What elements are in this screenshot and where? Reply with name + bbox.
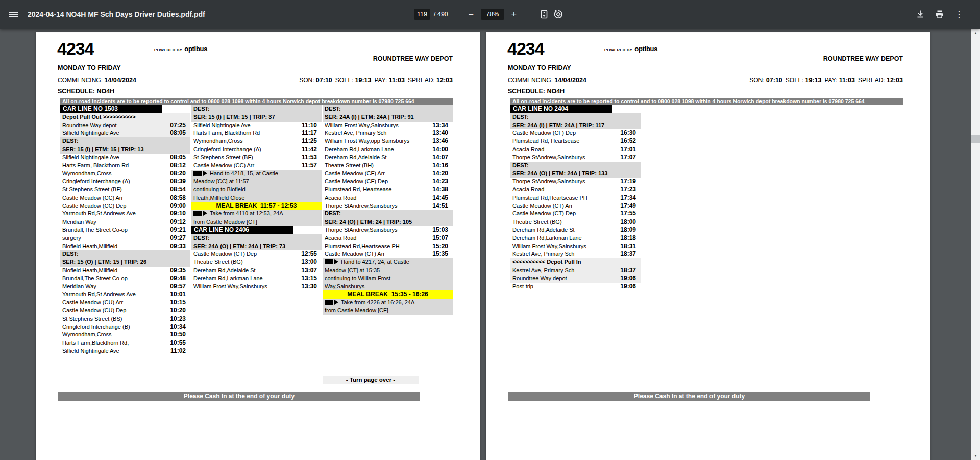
dest-label: DEST: — [191, 105, 322, 113]
stop-row: Castle Meadow (CF) Arr14:20 — [323, 170, 453, 178]
more-options-button[interactable]: ⋮ — [951, 7, 967, 21]
stop-row: Brundall,The Street Co-op09:21 — [60, 226, 190, 234]
arrow-right-icon — [334, 300, 338, 305]
stop-row: Meridian Way09:12 — [60, 218, 190, 226]
stop-row: Kestrel Ave, Primary Sch13:40 — [323, 129, 453, 137]
vertical-scrollbar[interactable]: ▲ ▼ — [971, 29, 980, 460]
stop-time: 14:51 — [432, 202, 448, 210]
pdf-viewport[interactable]: 4234 POWERED BYoptibus ROUNDTREE WAY DEP… — [0, 29, 980, 460]
menu-button[interactable] — [7, 8, 20, 20]
meal-break-row: MEAL BREAK 15:35 - 16:26 — [323, 290, 453, 299]
plus-icon: + — [511, 9, 517, 20]
note-text: Hand to 4218, 15, at Castle — [210, 170, 278, 176]
powered-by: POWERED BYoptibus — [154, 44, 207, 53]
stop-row: St Stephens Street (BF)11:53 — [191, 154, 322, 162]
note-row: continuing to William Frost — [323, 275, 453, 283]
stop-name: Silfield Nightingale Ave — [193, 122, 251, 128]
stop-time: 17:19 — [620, 178, 636, 186]
stop-time: 08:54 — [170, 186, 186, 194]
note-text: continuing to Blofield — [193, 186, 246, 192]
car-line-label: CAR LINE NO 2406 — [191, 226, 293, 234]
stop-time: 18:37 — [620, 267, 636, 275]
rotate-counterclockwise-icon — [553, 9, 564, 19]
stop-time: 18:09 — [620, 226, 636, 234]
duty-columns: CAR LINE NO 2404DEST:SER: 24A (I) | ETM:… — [510, 105, 903, 290]
note-text: Hand to 4217, 24, at Castle — [341, 259, 409, 265]
stop-row: Yarmouth Rd,St Andrews Ave09:10 — [60, 210, 190, 218]
car-line-header: CAR LINE NO 2404 — [510, 105, 641, 113]
stop-time: 18:00 — [620, 218, 636, 226]
stop-time: 09:35 — [170, 267, 186, 275]
depot-pull-row: Depot Pull Out >>>>>>>>>> — [60, 113, 190, 122]
stop-name: Acacia Road — [325, 235, 356, 241]
duty-stat: SON: 07:10 — [299, 77, 332, 84]
pdf-page-1: 4234 POWERED BYoptibus ROUNDTREE WAY DEP… — [36, 32, 480, 460]
stop-name: Theatre Street (BG) — [512, 219, 562, 225]
fit-to-page-icon — [539, 9, 549, 19]
document-title: 2024-04-14 NO4H MF Sch Days Driver Dutie… — [28, 0, 205, 29]
pdf-page-2: 4234 POWERED BYoptibus ROUNDTREE WAY DEP… — [486, 32, 930, 460]
print-button[interactable] — [932, 7, 947, 21]
stop-name: Meridian Way — [62, 283, 96, 289]
stop-name: William Frost Way,Sainsburys — [325, 122, 399, 128]
stop-name: Castle Meadow (CF) Arr — [325, 170, 385, 176]
stop-name: Cringleford Interchange (A) — [62, 178, 130, 184]
stop-time: 17:23 — [620, 186, 636, 194]
stop-time: 08:39 — [170, 178, 186, 186]
scroll-up-button[interactable]: ▲ — [971, 29, 980, 37]
note-row: from Castle Meadow [CT] — [191, 218, 322, 226]
duty-stats: SON: 07:10SOFF: 19:13PAY: 11:03SPREAD: 1… — [299, 77, 453, 84]
note-text: Way,Sainsburys — [325, 283, 364, 289]
service-info-row: SER: 24A (I) | ETM: 24A | TRIP: 91 — [323, 113, 453, 122]
stop-row: Theatre Street (BG)18:00 — [510, 218, 641, 226]
stop-name: Castle Meadow (CU) Dep — [62, 307, 126, 313]
duty-stat: SPREAD: 12:03 — [858, 77, 903, 84]
stop-name: Post-trip — [512, 283, 533, 289]
stop-row: Castle Meadow (CU) Dep10:20 — [60, 307, 190, 315]
stop-time: 08:12 — [170, 162, 186, 170]
commencing-line: COMMENCING: 14/04/2024 — [58, 77, 136, 84]
download-icon — [915, 9, 925, 19]
stop-row: Acacia Road14:45 — [323, 194, 453, 202]
stop-name: Dereham Rd,Adelaide St — [193, 267, 256, 273]
stop-row: Dereham Rd,Adelaide St14:07 — [323, 154, 453, 162]
download-button[interactable] — [913, 7, 928, 21]
stop-time: 17:01 — [620, 146, 636, 154]
powered-by-label: POWERED BY — [604, 47, 632, 52]
dest-label: DEST: — [60, 137, 190, 146]
note-text: Meadow [CT] at 15:35 — [325, 267, 380, 273]
page-number-input[interactable] — [414, 9, 430, 20]
stop-time: 17:07 — [620, 154, 636, 162]
zoom-in-button[interactable]: + — [507, 7, 521, 21]
stop-time: 12:55 — [301, 250, 317, 258]
scrollbar-thumb[interactable] — [971, 135, 980, 143]
stop-name: Castle Meadow (CT) Dep — [512, 210, 576, 216]
stop-time: 14:20 — [432, 170, 448, 178]
stop-time: 11:25 — [302, 137, 317, 146]
stop-name: Cringleford Interchange (A) — [193, 146, 261, 152]
zoom-out-button[interactable]: − — [464, 7, 478, 21]
hamburger-icon — [9, 10, 18, 18]
stop-time: 09:57 — [170, 283, 186, 291]
stop-row: Castle Meadow (CC) Dep09:00 — [60, 202, 190, 210]
stop-time: 11:42 — [302, 146, 317, 154]
scroll-down-button[interactable]: ▼ — [971, 451, 980, 460]
duty-number: 4234 — [507, 39, 544, 59]
note-row: Take from 4226 at 16:26, 24A — [323, 299, 453, 307]
note-row: Hand to 4217, 24, at Castle — [323, 258, 453, 267]
operating-days: MONDAY TO FRIDAY — [58, 64, 121, 71]
stop-time: 14:07 — [432, 154, 448, 162]
fit-to-page-button[interactable] — [537, 7, 551, 21]
stop-row: William Frost Way,Sainsburys13:30 — [191, 283, 322, 291]
stop-name: Castle Meadow (CC) Dep — [62, 203, 126, 209]
stop-name: Dereham Rd,Larkman Lane — [325, 146, 394, 152]
stop-row: Blofield Heath,Millfield09:35 — [60, 267, 190, 275]
stop-name: Meridian Way — [62, 219, 96, 225]
stop-time: 14:00 — [432, 146, 448, 154]
stop-name: Kestrel Ave, Primary Sch — [512, 267, 574, 273]
stop-time: 09:12 — [170, 218, 186, 226]
zoom-level[interactable]: 78% — [481, 9, 504, 20]
rotate-button[interactable] — [551, 7, 566, 21]
stop-name: Theatre Street (BG) — [193, 259, 243, 265]
stop-row: Plumstead Rd, Heartsease16:52 — [510, 137, 641, 146]
